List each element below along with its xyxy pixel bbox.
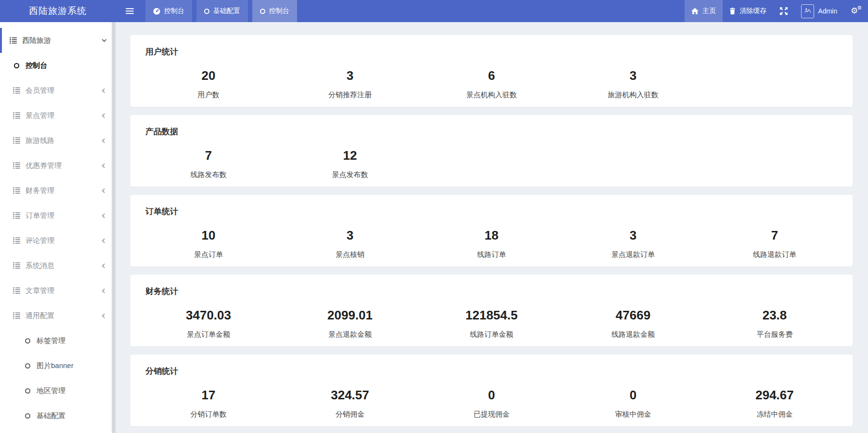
- sidebar-item-travel-routes[interactable]: 旅游线路: [0, 128, 116, 153]
- stat-value: 3: [279, 68, 421, 83]
- stat-user-stats-2: 6景点机构入驻数: [421, 68, 562, 100]
- trash-icon: [729, 8, 736, 14]
- sidebar-item-member-management[interactable]: 会员管理: [0, 78, 116, 103]
- clear-cache-label: 清除缓存: [739, 7, 766, 15]
- sidebar-item-scenic-management[interactable]: 景点管理: [0, 103, 116, 128]
- card-finance-stats: 财务统计3470.03景点订单金额2099.01景点退款金额121854.5线路…: [130, 275, 853, 346]
- stat-label: 景点核销: [279, 250, 421, 259]
- stat-order-stats-1: 3景点核销: [279, 228, 421, 259]
- chevron-left-icon: [102, 188, 107, 193]
- top-navbar: 西陆旅游系统 控制台基础配置控制台 主页 清除缓存: [0, 0, 868, 22]
- stats-row: 7线路发布数12景点发布数: [138, 148, 845, 179]
- user-menu[interactable]: Admin: [794, 0, 844, 22]
- chevron-left-icon: [102, 88, 107, 93]
- stat-finance-stats-0: 3470.03景点订单金额: [138, 308, 279, 339]
- stat-value: 3: [562, 228, 704, 242]
- stat-user-stats-3: 3旅游机构入驻数: [562, 68, 704, 100]
- hamburger-icon: [126, 8, 134, 9]
- clear-cache-button[interactable]: 清除缓存: [723, 0, 773, 22]
- stat-value: 20: [138, 68, 279, 83]
- stat-label: 景点退款订单: [562, 250, 704, 259]
- circle-icon: [13, 63, 21, 68]
- chevron-left-icon: [102, 163, 107, 168]
- sidebar-item-tag-management[interactable]: 标签管理: [0, 328, 116, 353]
- stat-distribution-stats-4: 294.67冻结中佣金: [704, 388, 845, 419]
- home-link[interactable]: 主页: [685, 0, 723, 22]
- list-icon: [13, 287, 21, 294]
- sidebar-item-order-management[interactable]: 订单管理: [0, 203, 116, 228]
- stat-value: 2099.01: [279, 308, 421, 322]
- stats-row: 10景点订单3景点核销18线路订单3景点退款订单7线路退款订单: [138, 228, 845, 259]
- circle-icon: [24, 338, 32, 344]
- list-icon: [13, 237, 21, 244]
- nav-tab-basic-config[interactable]: 基础配置: [196, 0, 248, 22]
- stat-value: 0: [421, 388, 562, 402]
- stats-row: 3470.03景点订单金额2099.01景点退款金额121854.5线路订单金额…: [138, 308, 845, 339]
- sidebar-item-console[interactable]: 控制台: [0, 53, 116, 78]
- sidebar-item-label: 通用配置: [26, 311, 54, 320]
- chevron-left-icon: [102, 113, 107, 118]
- stats-row: 20用户数3分销推荐注册6景点机构入驻数3旅游机构入驻数: [138, 68, 845, 100]
- stat-value: 294.67: [704, 388, 845, 402]
- fullscreen-button[interactable]: [773, 0, 794, 22]
- home-label: 主页: [702, 7, 716, 15]
- list-icon: [13, 162, 21, 169]
- nav-tab-label: 控制台: [269, 7, 289, 15]
- sidebar-item-label: 基础配置: [37, 411, 65, 420]
- settings-button[interactable]: ⚙⚙: [844, 0, 868, 22]
- sidebar-item-label: 文章管理: [26, 286, 54, 295]
- stat-value: 7: [138, 148, 279, 163]
- stat-label: 旅游机构入驻数: [562, 90, 704, 100]
- stat-finance-stats-3: 47669线路退款金额: [562, 308, 704, 339]
- sidebar-item-xilu-travel[interactable]: 西陆旅游: [0, 28, 116, 53]
- sidebar-scrollbar[interactable]: [112, 22, 116, 433]
- username: Admin: [818, 7, 837, 15]
- sidebar-item-label: 评论管理: [26, 236, 54, 245]
- list-icon: [13, 137, 21, 144]
- stat-user-stats-0: 20用户数: [138, 68, 279, 100]
- gears-icon: ⚙⚙: [851, 6, 861, 16]
- sidebar-toggle-button[interactable]: [119, 0, 140, 22]
- stat-label: 线路订单金额: [421, 330, 562, 339]
- stat-finance-stats-2: 121854.5线路订单金额: [421, 308, 562, 339]
- chevron-left-icon: [102, 138, 107, 143]
- expand-arrows-icon: [780, 7, 788, 15]
- circle-icon: [24, 363, 32, 369]
- sidebar-item-general-config[interactable]: 通用配置: [0, 303, 116, 328]
- avatar: [801, 4, 814, 18]
- stat-order-stats-4: 7线路退款订单: [704, 228, 845, 259]
- stat-value: 12: [279, 148, 421, 163]
- nav-tab-dashboard-2[interactable]: 控制台: [252, 0, 297, 22]
- stat-label: 景点退款金额: [279, 330, 421, 339]
- sidebar-item-comment-management[interactable]: 评论管理: [0, 228, 116, 253]
- sidebar-item-region-management[interactable]: 地区管理: [0, 378, 116, 403]
- stat-finance-stats-4: 23.8平台服务费: [704, 308, 845, 339]
- chevron-down-icon: [102, 38, 107, 42]
- sidebar-item-coupon-management[interactable]: 优惠券管理: [0, 153, 116, 178]
- sidebar-item-basic-config-sub[interactable]: 基础配置: [0, 403, 116, 428]
- sidebar-item-label: 控制台: [26, 61, 47, 70]
- card-title: 产品数据: [138, 126, 845, 137]
- sidebar-item-label: 景点管理: [26, 111, 54, 120]
- chevron-left-icon: [102, 288, 107, 293]
- sidebar-item-label: 地区管理: [37, 386, 65, 395]
- stat-order-stats-2: 18线路订单: [421, 228, 562, 259]
- stat-product-data-1: 12景点发布数: [279, 148, 421, 179]
- nav-tab-dashboard[interactable]: 控制台: [145, 0, 192, 22]
- stat-label: 景点订单金额: [138, 330, 279, 339]
- stat-label: 线路发布数: [138, 170, 279, 179]
- circle-icon: [260, 9, 265, 14]
- sidebar-item-system-messages[interactable]: 系统消息: [0, 253, 116, 278]
- stat-order-stats-3: 3景点退款订单: [562, 228, 704, 259]
- stat-distribution-stats-0: 17分销订单数: [138, 388, 279, 419]
- app-brand[interactable]: 西陆旅游系统: [0, 0, 116, 22]
- stat-label: 景点机构入驻数: [421, 90, 562, 100]
- sidebar-item-banner-images[interactable]: 图片banner: [0, 353, 116, 378]
- sidebar-item-finance-management[interactable]: 财务管理: [0, 178, 116, 203]
- card-order-stats: 订单统计10景点订单3景点核销18线路订单3景点退款订单7线路退款订单: [130, 195, 853, 267]
- stat-distribution-stats-1: 324.57分销佣金: [279, 388, 421, 419]
- home-icon: [691, 8, 699, 14]
- chevron-left-icon: [102, 313, 107, 318]
- sidebar-item-label: 会员管理: [26, 86, 54, 95]
- sidebar-item-article-management[interactable]: 文章管理: [0, 278, 116, 303]
